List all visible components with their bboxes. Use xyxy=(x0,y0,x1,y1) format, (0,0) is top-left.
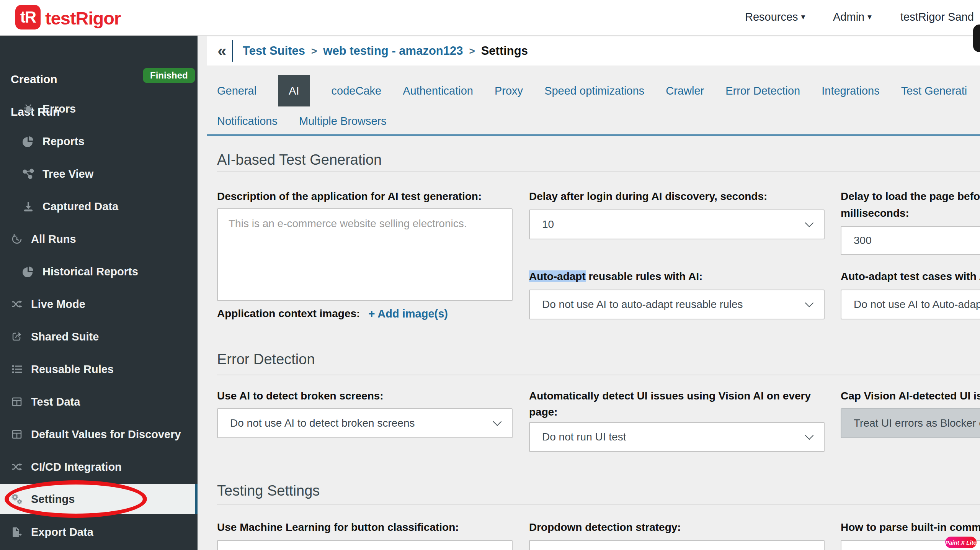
settings-tabs-row1: General AI codeCake Authentication Proxy… xyxy=(217,75,967,106)
delay-login-label: Delay after login during AI discovery, s… xyxy=(529,188,767,205)
parse-commands-label: How to parse built-in comma xyxy=(841,519,980,535)
sidebar-item-tree-view[interactable]: Tree View xyxy=(22,162,93,185)
status-badge-finished: Finished xyxy=(143,68,195,83)
pie-chart-icon xyxy=(22,266,35,277)
breadcrumb-separator: > xyxy=(311,45,317,57)
sidebar-item-label: Default Values for Discovery xyxy=(31,428,181,441)
tab-authentication[interactable]: Authentication xyxy=(403,85,473,97)
auto-adapt-cases-label: Auto-adapt test cases with A xyxy=(841,268,980,285)
ml-button-select[interactable] xyxy=(217,540,513,550)
chevron-down-icon xyxy=(805,431,814,440)
dropdown-strategy-label: Dropdown detection strategy: xyxy=(529,519,681,535)
auto-adapt-cases-select[interactable]: Do not use AI to Auto-adap xyxy=(841,290,980,319)
section-title-ai-generation: AI-based Test Generation xyxy=(217,152,382,168)
shuffle-icon xyxy=(10,461,23,473)
history-icon xyxy=(10,233,23,245)
tab-proxy[interactable]: Proxy xyxy=(495,85,523,97)
table-icon xyxy=(10,396,23,408)
cap-vision-select[interactable]: Treat UI errors as Blocker o xyxy=(841,408,980,438)
sidebar-item-reusable-rules[interactable]: Reusable Rules xyxy=(10,358,114,381)
sidebar-item-settings[interactable]: Settings xyxy=(0,484,198,514)
auto-adapt-rules-select[interactable]: Do not use AI to auto-adapt reusable rul… xyxy=(529,290,825,319)
tab-ai[interactable]: AI xyxy=(278,75,310,106)
sidebar-item-errors[interactable]: Errors xyxy=(22,97,76,120)
tab-notifications[interactable]: Notifications xyxy=(217,115,278,128)
cap-vision-label: Cap Vision AI-detected UI is xyxy=(841,388,980,404)
sidebar-item-test-data[interactable]: Test Data xyxy=(10,390,80,413)
breadcrumb-suite-name[interactable]: web testing - amazon123 xyxy=(323,44,463,58)
testrigor-logo-text[interactable]: testRigor xyxy=(45,8,121,29)
breadcrumb-divider xyxy=(232,40,233,62)
tab-integrations[interactable]: Integrations xyxy=(822,85,880,97)
tab-speed-optimizations[interactable]: Speed optimizations xyxy=(544,85,644,97)
sidebar-item-live-mode[interactable]: Live Mode xyxy=(10,293,85,316)
chevron-down-icon xyxy=(805,219,814,228)
sidebar-item-label: Settings xyxy=(31,493,75,506)
sidebar-item-label: Errors xyxy=(42,103,76,115)
caret-down-icon: ▾ xyxy=(867,12,872,21)
chevron-down-icon xyxy=(805,299,814,308)
auto-adapt-rules-label: Auto-adapt reusable rules with AI: xyxy=(529,268,702,285)
sidebar-item-label: Export Data xyxy=(31,526,93,539)
collapse-sidebar-button[interactable]: « xyxy=(212,41,232,61)
shuffle-icon xyxy=(10,298,23,310)
delay-page-label-line2: milliseconds: xyxy=(841,205,909,221)
sidebar-item-historical-reports[interactable]: Historical Reports xyxy=(22,260,138,283)
select-value: Do not use AI to detect broken screens xyxy=(230,417,415,429)
sidebar-item-label: CI/CD Integration xyxy=(31,461,122,473)
tab-crawler[interactable]: Crawler xyxy=(666,85,704,97)
section-rule xyxy=(217,171,980,172)
sidebar-item-shared-suite[interactable]: Shared Suite xyxy=(10,325,99,348)
tab-error-detection[interactable]: Error Detection xyxy=(725,85,800,97)
gears-icon xyxy=(10,493,23,505)
sidebar-item-cicd-integration[interactable]: CI/CD Integration xyxy=(10,455,122,478)
nav-account[interactable]: testRigor Sand xyxy=(900,11,980,23)
download-icon xyxy=(22,201,35,212)
tab-multiple-browsers[interactable]: Multiple Browsers xyxy=(299,115,387,128)
delay-page-label-line1: Delay to load the page befor xyxy=(841,188,980,205)
paint-x-lite-watermark: Paint X Lite xyxy=(945,537,977,548)
tab-codecake[interactable]: codeCake xyxy=(332,85,382,97)
delay-login-select[interactable]: 10 xyxy=(529,210,825,239)
sidebar-item-reports[interactable]: Reports xyxy=(22,130,85,153)
section-rule xyxy=(217,375,980,375)
select-value: Do not run UI test xyxy=(542,431,626,443)
section-title-testing-settings: Testing Settings xyxy=(217,483,320,499)
nav-resources-label: Resources xyxy=(745,11,798,23)
dropdown-strategy-select[interactable] xyxy=(529,540,825,550)
testrigor-logo-icon[interactable]: tR xyxy=(15,5,41,29)
sidebar-item-captured-data[interactable]: Captured Data xyxy=(22,195,118,218)
select-value: Treat UI errors as Blocker o xyxy=(854,417,980,429)
chevron-down-icon xyxy=(493,417,502,426)
settings-tabs-row2: Notifications Multiple Browsers xyxy=(217,110,387,133)
caret-down-icon: ▾ xyxy=(801,12,805,21)
description-textarea[interactable] xyxy=(217,208,513,301)
sidebar-item-default-values[interactable]: Default Values for Discovery xyxy=(10,423,181,446)
sidebar-item-label: Historical Reports xyxy=(42,265,138,278)
nav-admin[interactable]: Admin▾ xyxy=(833,11,872,23)
nav-admin-label: Admin xyxy=(833,11,864,23)
scrollbar-thumb[interactable] xyxy=(973,25,980,52)
tree-icon xyxy=(22,168,35,180)
vision-ai-select[interactable]: Do not run UI test xyxy=(529,422,825,452)
sidebar-item-label: Reports xyxy=(42,135,85,148)
vision-ai-label: Automatically detect UI issues using Vis… xyxy=(529,388,825,420)
breadcrumb-bar: « Test Suites > web testing - amazon123 … xyxy=(207,36,980,65)
breadcrumb-test-suites[interactable]: Test Suites xyxy=(243,44,305,58)
nav-resources[interactable]: Resources▾ xyxy=(745,11,805,23)
delay-page-input[interactable] xyxy=(841,226,980,255)
select-value: 10 xyxy=(542,218,554,231)
sidebar-item-label: Reusable Rules xyxy=(31,363,114,376)
sidebar-item-label: Tree View xyxy=(42,168,93,180)
breadcrumb: Test Suites > web testing - amazon123 > … xyxy=(243,36,528,65)
sidebar-item-label: Captured Data xyxy=(42,200,118,213)
tab-test-generation[interactable]: Test Generati xyxy=(901,85,967,97)
section-rule xyxy=(217,504,980,505)
context-images-row: Application context images: + Add image(… xyxy=(217,306,448,322)
sidebar-item-export-data[interactable]: Export Data xyxy=(10,521,93,543)
sidebar-item-all-runs[interactable]: All Runs xyxy=(10,228,76,250)
broken-screens-select[interactable]: Do not use AI to detect broken screens xyxy=(217,408,513,438)
tab-general[interactable]: General xyxy=(217,85,256,97)
description-label: Description of the application for AI te… xyxy=(217,188,482,205)
add-images-link[interactable]: + Add image(s) xyxy=(368,308,448,320)
